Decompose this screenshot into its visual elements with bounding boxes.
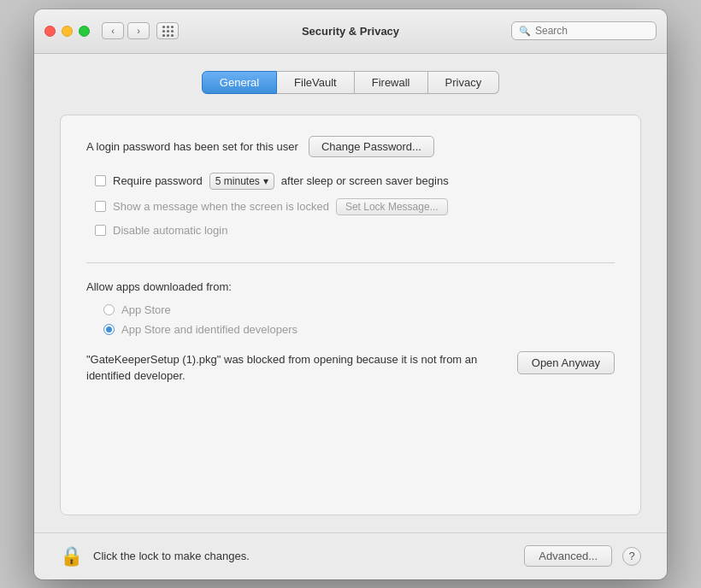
search-input[interactable] <box>535 25 649 37</box>
close-button[interactable] <box>44 26 56 37</box>
set-lock-message-button[interactable]: Set Lock Message... <box>336 198 448 215</box>
app-store-radio-row: App Store <box>103 303 615 316</box>
advanced-button[interactable]: Advanced... <box>524 545 612 567</box>
disable-login-row: Disable automatic login <box>95 224 615 237</box>
show-message-label: Show a message when the screen is locked <box>113 200 329 213</box>
nav-buttons: ‹ › <box>102 22 150 39</box>
back-button[interactable]: ‹ <box>102 22 124 39</box>
require-password-row: Require password 5 minutes ▾ after sleep… <box>95 173 615 190</box>
traffic-lights <box>44 26 90 37</box>
open-anyway-button[interactable]: Open Anyway <box>517 351 615 374</box>
show-message-checkbox[interactable] <box>95 201 106 212</box>
require-password-checkbox[interactable] <box>95 175 106 186</box>
password-timeout-dropdown[interactable]: 5 minutes ▾ <box>209 173 274 190</box>
tab-general[interactable]: General <box>202 71 277 94</box>
section-divider <box>86 262 615 263</box>
titlebar: ‹ › Security & Privacy 🔍 <box>34 9 667 54</box>
minimize-button[interactable] <box>62 26 73 37</box>
search-box: 🔍 <box>511 21 657 40</box>
show-message-row: Show a message when the screen is locked… <box>95 198 615 215</box>
footer: 🔒 Click the lock to make changes. Advanc… <box>34 532 667 579</box>
app-store-developers-radio[interactable] <box>103 324 115 335</box>
tab-firewall[interactable]: Firewall <box>355 71 428 94</box>
help-button[interactable]: ? <box>622 547 641 566</box>
tabs-bar: General FileVault Firewall Privacy <box>60 71 641 94</box>
forward-button[interactable]: › <box>127 22 150 39</box>
tab-privacy[interactable]: Privacy <box>428 71 500 94</box>
download-section-label: Allow apps downloaded from: <box>86 280 615 293</box>
search-icon: 🔍 <box>519 26 531 37</box>
blocked-message-text: "GateKeeperSetup (1).pkg" was blocked fr… <box>86 351 504 385</box>
disable-login-label: Disable automatic login <box>113 224 227 237</box>
app-store-developers-label: App Store and identified developers <box>121 323 297 336</box>
disable-login-checkbox[interactable] <box>95 225 106 236</box>
maximize-button[interactable] <box>79 26 90 37</box>
grid-dots-icon <box>162 26 174 37</box>
main-window: ‹ › Security & Privacy 🔍 General FileVau… <box>34 9 667 579</box>
content-area: General FileVault Firewall Privacy A log… <box>34 54 667 532</box>
login-password-row: A login password has been set for this u… <box>86 136 615 157</box>
options-section: Require password 5 minutes ▾ after sleep… <box>86 173 615 237</box>
grid-button[interactable] <box>156 22 179 39</box>
app-store-label: App Store <box>121 303 171 316</box>
window-title: Security & Privacy <box>302 25 399 38</box>
radio-group: App Store App Store and identified devel… <box>86 303 615 336</box>
settings-panel: A login password has been set for this u… <box>60 115 641 515</box>
login-password-label: A login password has been set for this u… <box>86 140 298 153</box>
password-timeout-value: 5 minutes <box>215 175 260 187</box>
lock-icon[interactable]: 🔒 <box>60 545 83 567</box>
require-password-label: Require password <box>113 174 203 187</box>
require-password-suffix: after sleep or screen saver begins <box>281 174 449 187</box>
dropdown-chevron-icon: ▾ <box>263 175 268 187</box>
download-section: Allow apps downloaded from: App Store Ap… <box>86 280 615 336</box>
app-store-developers-radio-row: App Store and identified developers <box>103 323 615 336</box>
tab-filevault[interactable]: FileVault <box>277 71 355 94</box>
app-store-radio[interactable] <box>103 304 115 315</box>
blocked-message-row: "GateKeeperSetup (1).pkg" was blocked fr… <box>86 351 615 385</box>
footer-lock-text: Click the lock to make changes. <box>93 550 514 562</box>
change-password-button[interactable]: Change Password... <box>309 136 434 157</box>
